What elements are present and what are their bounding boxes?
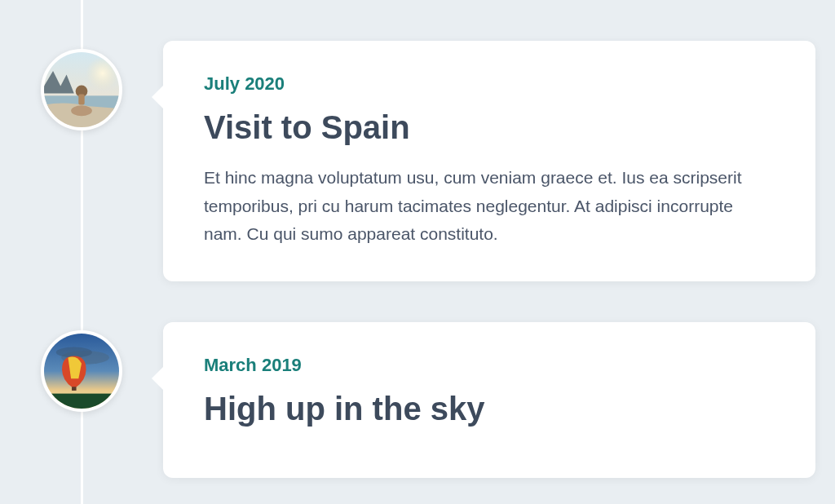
svg-point-8 xyxy=(56,347,92,357)
timeline-title: Visit to Spain xyxy=(204,109,775,146)
svg-rect-4 xyxy=(78,95,84,105)
balloon-photo-icon xyxy=(44,334,119,409)
svg-point-5 xyxy=(71,105,92,116)
svg-rect-10 xyxy=(72,387,77,391)
timeline-body: Et hinc magna voluptatum usu, cum veniam… xyxy=(204,164,775,249)
svg-rect-9 xyxy=(44,394,119,409)
timeline: July 2020 Visit to Spain Et hinc magna v… xyxy=(0,0,835,478)
timeline-item: July 2020 Visit to Spain Et hinc magna v… xyxy=(82,41,835,281)
timeline-avatar xyxy=(41,330,122,412)
beach-photo-icon xyxy=(44,52,119,127)
timeline-item: March 2019 High up in the sky xyxy=(82,322,835,478)
timeline-avatar xyxy=(41,49,122,130)
timeline-date: July 2020 xyxy=(204,73,775,95)
timeline-title: High up in the sky xyxy=(204,391,775,427)
timeline-card: July 2020 Visit to Spain Et hinc magna v… xyxy=(163,41,815,281)
timeline-card: March 2019 High up in the sky xyxy=(163,322,815,478)
timeline-date: March 2019 xyxy=(204,355,775,376)
